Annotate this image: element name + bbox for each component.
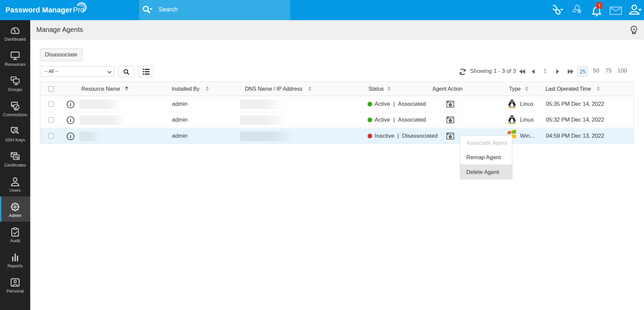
svg-text:i: i	[70, 134, 71, 139]
svg-text:i: i	[70, 102, 71, 107]
svg-text:i: i	[70, 118, 71, 123]
